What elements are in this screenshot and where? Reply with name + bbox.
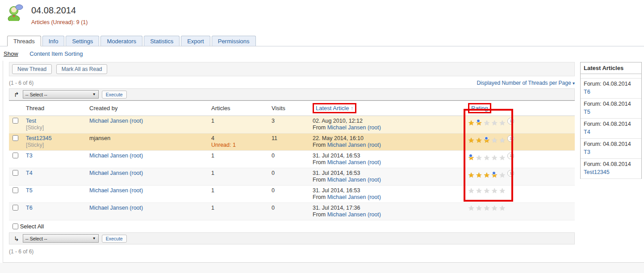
star-empty-icon: ★ bbox=[491, 137, 498, 144]
select-all-checkbox[interactable] bbox=[13, 223, 18, 229]
thread-checkbox[interactable] bbox=[13, 118, 18, 124]
col-thread: Thread bbox=[22, 101, 86, 116]
thread-creator[interactable]: Michael Jansen (root) bbox=[89, 187, 143, 194]
thread-title-link[interactable]: T4 bbox=[26, 170, 33, 176]
tab-moderators[interactable]: Moderators bbox=[100, 36, 142, 46]
tab-permissions[interactable]: Permissions bbox=[212, 36, 256, 46]
header-checkbox-spacer bbox=[9, 101, 22, 116]
latest-article-thread-link[interactable]: Test12345 bbox=[584, 169, 610, 175]
latest-article-date: 31. Jul 2014, 16:53 bbox=[313, 187, 360, 194]
thread-checkbox[interactable] bbox=[13, 187, 18, 193]
star-filled-icon: ★ bbox=[468, 120, 474, 127]
tab-threads[interactable]: Threads bbox=[7, 36, 41, 46]
subtab-content-item-sorting[interactable]: Content Item Sorting bbox=[29, 50, 83, 57]
chevron-down-icon: ▾ bbox=[573, 81, 575, 86]
sticky-label: [Sticky] bbox=[26, 124, 44, 131]
articles-count: 1 bbox=[211, 205, 214, 211]
forum-label: Forum: 04.08.2014 bbox=[584, 101, 638, 107]
latest-article-item: Forum: 04.08.2014 Test12345 bbox=[581, 159, 641, 179]
thread-creator[interactable]: Michael Jansen (root) bbox=[89, 118, 143, 124]
thread-checkbox[interactable] bbox=[13, 170, 18, 176]
bulk-action-select-top[interactable]: -- Select -- ▼ bbox=[23, 90, 99, 99]
rating-stars[interactable]: ★★★★★1 bbox=[468, 138, 514, 144]
rating-stars[interactable]: ★★★★★1 bbox=[468, 173, 514, 179]
tab-settings[interactable]: Settings bbox=[66, 36, 99, 46]
star-empty-icon: ★ bbox=[476, 187, 482, 194]
star-empty-icon: ★ bbox=[484, 154, 490, 161]
execute-button-bottom[interactable]: Execute bbox=[102, 235, 127, 243]
threads-per-page-link[interactable]: Displayed Number of Threads per Page ▾ bbox=[477, 80, 575, 86]
thread-checkbox[interactable] bbox=[13, 205, 18, 211]
thread-title-link[interactable]: T3 bbox=[26, 153, 33, 159]
own-rating-marker-icon bbox=[469, 154, 473, 157]
star-filled-icon: ★ bbox=[476, 120, 482, 127]
sort-asc-icon: ↑ bbox=[351, 105, 353, 112]
thread-creator[interactable]: Michael Jansen (root) bbox=[89, 170, 143, 176]
star-filled-icon: ★ bbox=[468, 154, 474, 161]
thread-title-link[interactable]: Test12345 bbox=[26, 135, 52, 141]
thread-title-link[interactable]: Test bbox=[26, 118, 36, 124]
latest-article-thread-link[interactable]: T4 bbox=[584, 129, 590, 135]
latest-article-author-link[interactable]: Michael Jansen (root) bbox=[327, 194, 381, 200]
latest-article-thread-link[interactable]: T6 bbox=[584, 89, 590, 95]
star-empty-icon: ★ bbox=[491, 120, 498, 127]
rating-count-badge: 1 bbox=[507, 135, 514, 142]
latest-article-date: 31. Jul 2014, 17:36 bbox=[313, 205, 360, 211]
page-footer: Permanent Link: Add to Bookmarks ▾ power… bbox=[0, 263, 644, 273]
new-thread-button[interactable]: New Thread bbox=[12, 64, 52, 74]
latest-article-author-link[interactable]: Michael Jansen (root) bbox=[327, 124, 381, 131]
tab-export[interactable]: Export bbox=[181, 36, 210, 46]
forum-user-icon bbox=[6, 4, 23, 21]
thread-checkbox[interactable] bbox=[13, 135, 18, 141]
rating-count-badge: 1 bbox=[507, 118, 514, 124]
bulk-action-select-bottom[interactable]: -- Select -- ▼ bbox=[23, 234, 99, 243]
thread-checkbox[interactable] bbox=[13, 153, 18, 158]
own-rating-marker-icon bbox=[477, 119, 480, 123]
latest-article-author-link[interactable]: Michael Jansen (root) bbox=[327, 159, 381, 165]
tab-info[interactable]: Info bbox=[42, 36, 65, 46]
latest-article-author-link[interactable]: Michael Jansen (root) bbox=[327, 177, 381, 183]
threads-main-column: New Thread Mark All as Read (1 - 6 of 6)… bbox=[9, 62, 575, 257]
subtab-bar: Show Content Item Sorting bbox=[0, 46, 644, 61]
rating-stars[interactable]: ★★★★★1 bbox=[468, 120, 514, 127]
star-empty-icon: ★ bbox=[476, 154, 482, 161]
apply-selection-down-icon: ↳ bbox=[14, 235, 19, 242]
articles-count: 1 bbox=[211, 170, 214, 176]
visits-count: 0 bbox=[272, 205, 275, 211]
latest-article-author-link[interactable]: Michael Jansen (root) bbox=[327, 211, 381, 218]
thread-creator[interactable]: Michael Jansen (root) bbox=[89, 153, 143, 159]
own-rating-marker-icon bbox=[492, 171, 496, 175]
col-rating: Rating bbox=[464, 101, 518, 116]
thread-creator[interactable]: Michael Jansen (root) bbox=[89, 205, 143, 211]
thread-title-link[interactable]: T6 bbox=[26, 205, 33, 211]
mark-all-read-button[interactable]: Mark All as Read bbox=[56, 64, 108, 74]
sort-latest-article-link[interactable]: Latest Article ↑ bbox=[316, 105, 353, 112]
latest-article-date: 31. Jul 2014, 16:53 bbox=[313, 170, 360, 176]
latest-article-author-link[interactable]: Michael Jansen (root) bbox=[327, 142, 381, 148]
rating-stars[interactable]: ★★★★★1 bbox=[468, 155, 514, 161]
col-visits: Visits bbox=[268, 101, 309, 116]
select-all-label: Select All bbox=[20, 223, 44, 230]
from-label: From bbox=[313, 159, 326, 165]
rating-stars[interactable]: ★★★★★ bbox=[468, 206, 507, 212]
rating-stars[interactable]: ★★★★★ bbox=[468, 188, 507, 194]
threads-table: Thread Created by Articles Visits Latest… bbox=[9, 100, 575, 232]
thread-title-link[interactable]: T5 bbox=[26, 187, 33, 194]
star-filled-icon: ★ bbox=[484, 172, 490, 179]
bulk-action-toolbar-top: ↱ -- Select -- ▼ Execute bbox=[9, 88, 575, 100]
header-filler bbox=[518, 101, 575, 116]
tab-statistics[interactable]: Statistics bbox=[144, 36, 180, 46]
thread-row: Test [Sticky] Michael Jansen (root) 1 3 … bbox=[9, 116, 575, 133]
table-header-row: Thread Created by Articles Visits Latest… bbox=[9, 101, 575, 116]
latest-article-thread-link[interactable]: T5 bbox=[584, 109, 590, 115]
articles-count: 1 bbox=[211, 153, 214, 159]
execute-button-top[interactable]: Execute bbox=[102, 91, 127, 99]
pagination-top-row: (1 - 6 of 6) Displayed Number of Threads… bbox=[9, 80, 575, 86]
visits-count: 11 bbox=[272, 135, 277, 141]
star-filled-icon: ★ bbox=[468, 137, 474, 144]
subtab-show[interactable]: Show bbox=[4, 50, 18, 57]
sort-rating-link[interactable]: Rating bbox=[471, 105, 488, 112]
latest-article-thread-link[interactable]: T3 bbox=[584, 149, 590, 155]
select-all-row: Select All bbox=[9, 220, 575, 233]
col-created-by: Created by bbox=[86, 101, 208, 116]
